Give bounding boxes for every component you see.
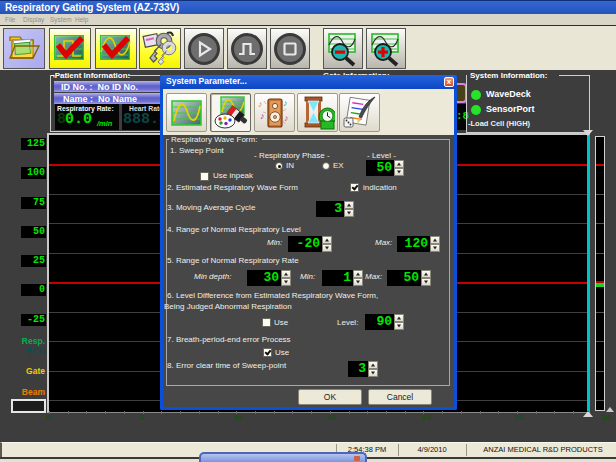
svg-text:♪: ♪ xyxy=(258,99,263,109)
svg-text:♪: ♪ xyxy=(283,98,288,108)
svg-text:♪: ♪ xyxy=(284,113,289,123)
